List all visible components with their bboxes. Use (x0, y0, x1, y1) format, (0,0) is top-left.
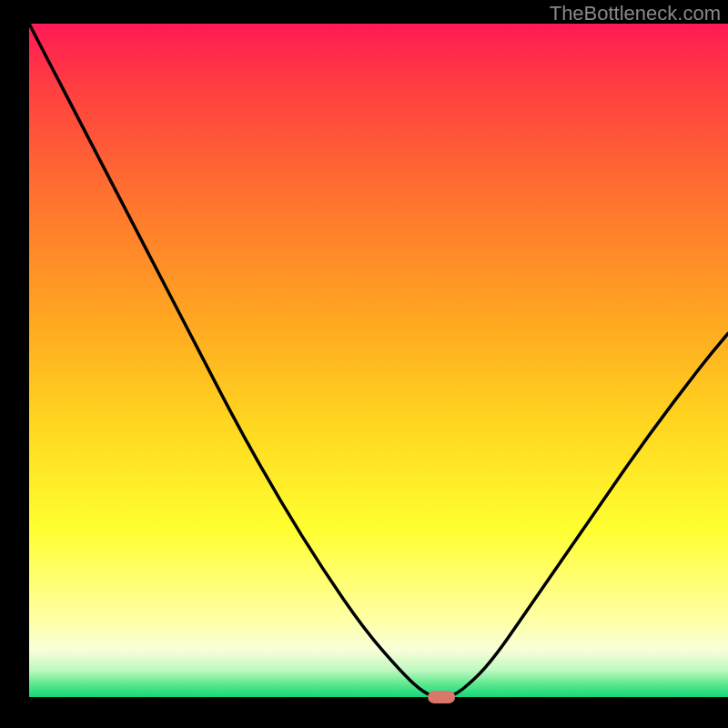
optimal-marker (428, 691, 455, 703)
plot-background (29, 24, 728, 697)
watermark-text: TheBottleneck.com (550, 2, 721, 25)
chart-svg (0, 0, 728, 728)
